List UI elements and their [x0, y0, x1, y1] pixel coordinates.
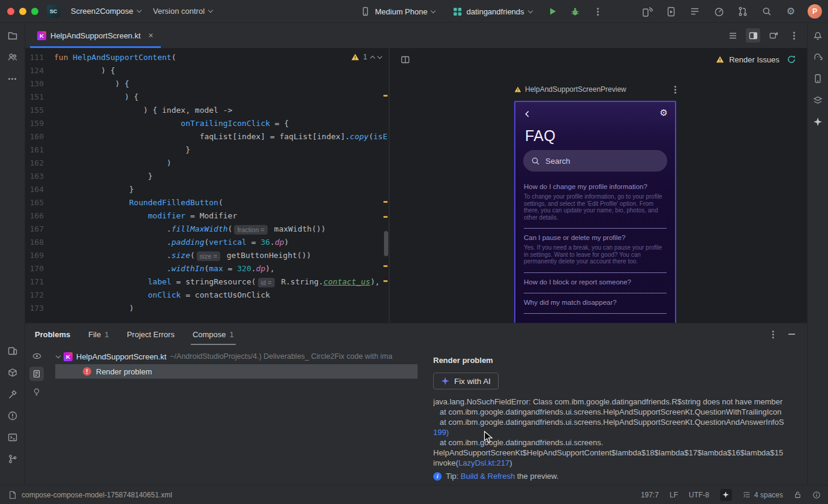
pull-requests-icon[interactable] — [736, 4, 750, 19]
debug-button[interactable] — [568, 4, 583, 19]
code-line[interactable]: 169 .size(size = getButtonHeight()) — [25, 249, 389, 262]
code-line[interactable]: 173 ) — [25, 302, 389, 315]
app-quality-insights-icon[interactable] — [4, 364, 22, 382]
next-issue-icon[interactable] — [377, 53, 382, 58]
preview-render-frame[interactable]: ⚙ FAQ Search How do I change my profile … — [514, 101, 676, 323]
faq-item[interactable]: Why did my match disappear? — [524, 293, 667, 314]
panel-options-icon[interactable] — [772, 334, 774, 335]
code-line[interactable]: 124 ) { — [25, 64, 389, 77]
faq-item[interactable]: Can I pause or delete my profile?Yes. If… — [524, 229, 667, 273]
project-menu[interactable]: Screen2Compose — [65, 4, 147, 19]
run-button[interactable] — [545, 4, 560, 19]
tab-compose[interactable]: Compose1 — [193, 323, 234, 345]
settings-gear-icon[interactable]: ⚙ — [784, 4, 798, 19]
profiler-icon[interactable] — [712, 4, 726, 19]
window-close-button[interactable] — [7, 8, 14, 15]
panel-title[interactable]: Problems — [35, 330, 70, 339]
warning-stripe-mark[interactable] — [383, 95, 388, 97]
split-preview-layout-icon[interactable] — [746, 28, 760, 43]
stack-trace-link[interactable]: 199) — [433, 428, 449, 437]
editor-tab[interactable]: K HelpAndSupportScreen.kt × — [30, 23, 161, 48]
device-mirroring-icon[interactable] — [640, 4, 654, 19]
render-problem-row[interactable]: ! Render problem — [55, 364, 418, 379]
code-line[interactable]: 155 ) { index, model -> — [25, 104, 389, 117]
preview-card-menu-icon[interactable] — [674, 89, 676, 91]
code-line[interactable]: 161 } — [25, 143, 389, 157]
user-avatar[interactable]: P — [808, 4, 822, 19]
previous-issue-icon[interactable] — [370, 55, 375, 60]
device-manager-tool-icon[interactable] — [809, 70, 827, 88]
gemini-tool-icon[interactable] — [809, 113, 827, 131]
gradle-tool-icon[interactable] — [809, 48, 827, 66]
code-line[interactable]: 162 ) — [25, 157, 389, 170]
code-line[interactable]: 167 .fillMaxWidth(fraction = maxWidth()) — [25, 223, 389, 236]
code-line[interactable]: 130 ) { — [25, 77, 389, 91]
settings-gear-icon[interactable]: ⚙ — [660, 108, 668, 117]
project-tool-icon[interactable] — [4, 26, 22, 44]
problems-tool-icon[interactable] — [4, 407, 22, 425]
window-minimize-button[interactable] — [19, 8, 26, 15]
caret-position[interactable]: 197:7 — [641, 491, 659, 499]
preview-card-header[interactable]: HelpAndSupportScreenPreview — [514, 85, 676, 94]
render-issues-label[interactable]: Render Issues — [729, 55, 779, 64]
hide-panel-icon[interactable] — [788, 334, 795, 335]
tab-project-errors[interactable]: Project Errors — [127, 323, 174, 345]
device-explorer-tool-icon[interactable] — [809, 91, 827, 109]
code-line[interactable]: 111fun HelpAndSupportContent( — [25, 51, 389, 64]
more-run-options-button[interactable] — [591, 4, 605, 19]
preview-layout-icon[interactable] — [398, 52, 412, 67]
editor-scrollbar[interactable] — [384, 231, 388, 256]
faq-item[interactable]: How do I change my profile information?T… — [524, 178, 667, 229]
build-refresh-icon[interactable] — [784, 52, 799, 67]
code-line[interactable]: 168 .padding(vertical = 36.dp) — [25, 236, 389, 249]
code-line[interactable]: 172 onClick = contactUsOnClick — [25, 289, 389, 302]
code-line[interactable]: 166 modifier = Modifier — [25, 209, 389, 223]
code-line[interactable]: 159 onTrailingIconClick = { — [25, 117, 389, 130]
notifications-bell-icon[interactable] — [809, 26, 827, 44]
version-control-menu[interactable]: Version control — [147, 4, 218, 19]
warning-stripe-mark[interactable] — [383, 216, 388, 218]
status-file-widget[interactable]: compose-compose-model-1758748140651.xml — [8, 491, 172, 499]
problems-file-row[interactable]: K HelpAndSupportScreen.kt ~/AndroidStudi… — [55, 350, 418, 363]
code-line[interactable]: 151 ) { — [25, 91, 389, 104]
running-devices-tool-icon[interactable] — [4, 342, 22, 360]
status-info-icon[interactable] — [812, 491, 821, 499]
faq-search-bar[interactable]: Search — [523, 150, 667, 172]
more-tools-icon[interactable] — [4, 70, 22, 88]
code-line[interactable]: 165 RoundedFilledButton( — [25, 196, 389, 209]
code-line[interactable]: 163 } — [25, 170, 389, 183]
file-encoding[interactable]: UTF-8 — [689, 491, 709, 499]
warning-stripe-mark[interactable] — [383, 201, 388, 203]
line-separator[interactable]: LF — [670, 491, 678, 499]
faq-item[interactable]: How do I block or report someone? — [524, 273, 667, 293]
details-view-icon[interactable] — [29, 367, 44, 381]
warning-stripe-mark[interactable] — [383, 265, 388, 267]
back-arrow-icon[interactable] — [523, 109, 532, 119]
tree-expanded-icon[interactable] — [56, 353, 61, 358]
indent-widget[interactable]: 4 spaces — [743, 491, 783, 499]
build-tool-icon[interactable] — [4, 385, 22, 403]
fix-with-ai-button[interactable]: Fix with AI — [433, 373, 499, 389]
detach-editor-icon[interactable] — [766, 28, 781, 43]
code-line[interactable]: 160 faqList[index] = faqList[index].copy… — [25, 130, 389, 143]
tab-file[interactable]: File1 — [88, 323, 109, 345]
code-line[interactable]: 170 .widthIn(max = 320.dp), — [25, 262, 389, 275]
window-zoom-button[interactable] — [31, 8, 38, 15]
search-everywhere-icon[interactable] — [760, 4, 774, 19]
code-line[interactable]: 171 label = stringResource(id = R.string… — [25, 275, 389, 289]
code-line[interactable]: 164 } — [25, 183, 389, 196]
code-editor[interactable]: 111fun HelpAndSupportContent(124 ) {130 … — [25, 48, 389, 323]
device-selector[interactable]: Medium Phone — [355, 3, 440, 20]
stack-trace-link[interactable]: LazyDsl.kt:217 — [458, 458, 509, 467]
close-tab-icon[interactable]: × — [148, 31, 153, 40]
terminal-tool-icon[interactable] — [4, 428, 22, 446]
quick-fix-bulb-icon[interactable] — [29, 385, 44, 399]
pull-requests-tool-icon[interactable] — [4, 48, 22, 66]
readonly-lock-icon[interactable] — [794, 491, 802, 499]
running-devices-icon[interactable] — [664, 4, 678, 19]
inspections-widget[interactable]: 1 — [351, 53, 382, 61]
build-refresh-link[interactable]: Build & Refresh — [461, 472, 515, 481]
run-configuration-selector[interactable]: datingandfriends — [448, 3, 536, 20]
version-control-tool-icon[interactable] — [4, 450, 22, 468]
ai-assistant-status-icon[interactable] — [720, 489, 732, 501]
